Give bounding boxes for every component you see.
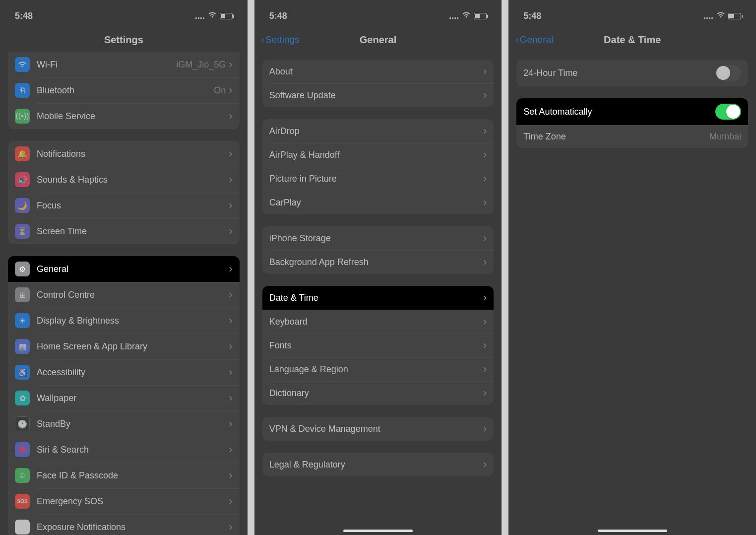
siri-icon xyxy=(15,442,30,457)
sos-icon: SOS xyxy=(15,494,30,509)
row-wallpaper[interactable]: ✿ Wallpaper › xyxy=(8,385,240,411)
row-focus[interactable]: 🌙 Focus › xyxy=(8,193,240,218)
status-bar: 5:48 .... xyxy=(0,0,248,28)
row-airplay[interactable]: AirPlay & Handoff› xyxy=(262,143,494,167)
screen-general: 5:48 .... ‹ Settings General About› Soft… xyxy=(254,0,502,535)
row-pip[interactable]: Picture in Picture› xyxy=(262,167,494,191)
row-label: General xyxy=(37,264,229,274)
row-keyboard[interactable]: Keyboard› xyxy=(262,310,494,334)
chevron-right-icon: › xyxy=(483,363,487,376)
row-label: Wi-Fi xyxy=(37,60,176,70)
content: Wi-Fi iGM_Jio_5G › ⎗ Bluetooth On › ((•)… xyxy=(0,52,248,535)
row-software-update[interactable]: Software Update› xyxy=(262,83,494,107)
row-24hour-time[interactable]: 24-Hour Time xyxy=(516,60,748,86)
row-label: Screen Time xyxy=(37,226,229,237)
chevron-right-icon: › xyxy=(483,148,487,161)
row-label: Sounds & Haptics xyxy=(37,175,229,185)
row-notifications[interactable]: 🔔 Notifications › xyxy=(8,141,240,167)
group-about: About› Software Update› xyxy=(262,60,494,107)
back-button[interactable]: ‹ General xyxy=(515,34,553,45)
chevron-right-icon: › xyxy=(483,422,487,435)
content: About› Software Update› AirDrop› AirPlay… xyxy=(254,52,502,535)
row-label: 24-Hour Time xyxy=(523,68,715,78)
group-storage: iPhone Storage› Background App Refresh› xyxy=(262,226,494,274)
speaker-icon: 🔊 xyxy=(15,172,30,187)
chevron-right-icon: › xyxy=(483,458,487,471)
chevron-left-icon: ‹ xyxy=(261,34,264,45)
row-label: CarPlay xyxy=(269,198,483,208)
row-display-brightness[interactable]: ☀ Display & Brightness › xyxy=(8,308,240,334)
chevron-right-icon: › xyxy=(483,65,487,78)
row-label: VPN & Device Management xyxy=(269,424,483,434)
chevron-right-icon: › xyxy=(229,417,232,430)
row-legal[interactable]: Legal & Regulatory› xyxy=(262,453,494,476)
page-title: Date & Time xyxy=(604,34,661,46)
row-iphone-storage[interactable]: iPhone Storage› xyxy=(262,226,494,250)
toggle-set-automatically[interactable] xyxy=(715,104,741,120)
row-siri[interactable]: Siri & Search › xyxy=(8,437,240,463)
nav-bar: ‹ General Date & Time xyxy=(508,28,756,52)
row-general[interactable]: ⚙ General › xyxy=(8,256,240,282)
row-language[interactable]: Language & Region› xyxy=(262,357,494,381)
row-bg-refresh[interactable]: Background App Refresh› xyxy=(262,250,494,274)
row-about[interactable]: About› xyxy=(262,60,494,83)
chevron-right-icon: › xyxy=(229,84,232,97)
row-airdrop[interactable]: AirDrop› xyxy=(262,119,494,143)
accessibility-icon: ♿ xyxy=(15,365,30,380)
row-label: Date & Time xyxy=(269,293,483,303)
page-title: Settings xyxy=(104,34,143,46)
battery-icon xyxy=(220,13,233,19)
chevron-right-icon: › xyxy=(483,256,487,268)
row-fonts[interactable]: Fonts› xyxy=(262,334,494,357)
home-indicator[interactable] xyxy=(343,530,413,532)
face-icon: ☺ xyxy=(15,468,30,483)
row-label: About xyxy=(269,67,483,77)
back-label: Settings xyxy=(265,34,300,45)
row-label: Exposure Notifications xyxy=(37,522,229,533)
row-time-zone[interactable]: Time Zone Mumbai xyxy=(516,125,748,148)
page-title: General xyxy=(360,34,396,46)
row-standby[interactable]: 🕐 StandBy › xyxy=(8,411,240,437)
group-legal: Legal & Regulatory› xyxy=(262,453,494,476)
toggle-24hour[interactable] xyxy=(715,65,741,81)
chevron-right-icon: › xyxy=(229,288,232,301)
row-control-centre[interactable]: ⊞ Control Centre › xyxy=(8,282,240,308)
row-screen-time[interactable]: ⏳ Screen Time › xyxy=(8,218,240,244)
row-emergency-sos[interactable]: SOS Emergency SOS › xyxy=(8,488,240,514)
row-faceid[interactable]: ☺ Face ID & Passcode › xyxy=(8,463,240,488)
row-exposure[interactable]: Exposure Notifications › xyxy=(8,514,240,535)
group-system: ⚙ General › ⊞ Control Centre › ☀ Display… xyxy=(8,256,240,535)
chevron-right-icon: › xyxy=(483,232,487,245)
chevron-right-icon: › xyxy=(229,521,232,534)
hourglass-icon: ⏳ xyxy=(15,224,30,239)
row-home-screen[interactable]: ▦ Home Screen & App Library › xyxy=(8,334,240,359)
row-vpn[interactable]: VPN & Device Management› xyxy=(262,417,494,441)
row-sounds[interactable]: 🔊 Sounds & Haptics › xyxy=(8,167,240,193)
chevron-right-icon: › xyxy=(229,366,232,379)
row-label: Siri & Search xyxy=(37,445,229,455)
screen-date-time: 5:48 .... ‹ General Date & Time 24-Hour … xyxy=(508,0,756,535)
wifi-icon xyxy=(15,57,30,72)
row-dictionary[interactable]: Dictionary› xyxy=(262,381,494,405)
row-accessibility[interactable]: ♿ Accessibility › xyxy=(8,359,240,385)
row-carplay[interactable]: CarPlay› xyxy=(262,191,494,214)
row-wifi[interactable]: Wi-Fi iGM_Jio_5G › xyxy=(8,52,240,77)
status-right: .... xyxy=(703,11,741,21)
row-label: AirDrop xyxy=(269,126,483,136)
status-right: .... xyxy=(449,11,487,21)
chevron-right-icon: › xyxy=(229,263,232,275)
group-24hour: 24-Hour Time xyxy=(516,60,748,86)
row-date-time[interactable]: Date & Time› xyxy=(262,286,494,310)
gear-icon: ⚙ xyxy=(15,262,30,276)
row-label: Home Screen & App Library xyxy=(37,341,229,352)
chevron-right-icon: › xyxy=(229,495,232,508)
row-mobile-service[interactable]: ((•)) Mobile Service › xyxy=(8,103,240,129)
row-label: Picture in Picture xyxy=(269,174,483,184)
row-set-automatically[interactable]: Set Automatically xyxy=(516,98,748,125)
group-connectivity: Wi-Fi iGM_Jio_5G › ⎗ Bluetooth On › ((•)… xyxy=(8,52,240,129)
back-button[interactable]: ‹ Settings xyxy=(261,34,300,45)
chevron-right-icon: › xyxy=(483,291,487,304)
home-indicator[interactable] xyxy=(598,530,667,532)
back-label: General xyxy=(520,34,554,45)
row-bluetooth[interactable]: ⎗ Bluetooth On › xyxy=(8,77,240,103)
